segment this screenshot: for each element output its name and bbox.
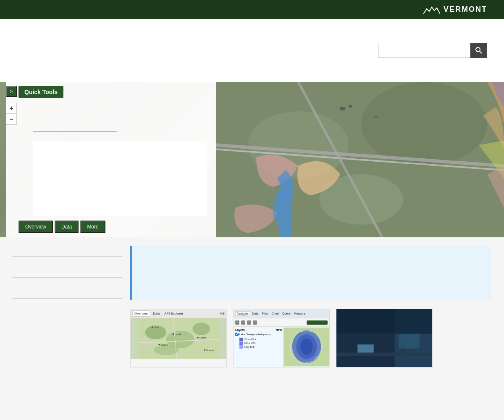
- quick-tools-mini: [307, 320, 328, 325]
- thumb-tab-data: Data: [151, 311, 162, 316]
- sidebar-list: [13, 246, 122, 368]
- legend: 100 to -361 ft -361 to -62 ft -62 to -55…: [239, 338, 282, 349]
- tool-icon-1: [235, 320, 239, 325]
- search-icon: [475, 47, 482, 54]
- thumb-tab-overview: Overview: [132, 310, 150, 317]
- svg-point-16: [154, 345, 178, 355]
- thumb-map2-body: Layers + New Lake Champlain bathymetry: [234, 327, 329, 367]
- tool-icon-2: [241, 320, 245, 325]
- svg-point-25: [197, 337, 198, 338]
- svg-point-4: [361, 82, 487, 166]
- panel-tabs: Overview Data More: [18, 220, 105, 233]
- thumb-tab-data2: Data: [251, 312, 260, 315]
- expand-panel-button[interactable]: >: [6, 86, 17, 97]
- svg-text:Granther: Granther: [206, 349, 215, 352]
- list-item: [13, 298, 122, 309]
- list-item: [13, 267, 122, 277]
- map-left-panel: [6, 82, 216, 237]
- legend-item-1: 100 to -361 ft: [239, 338, 282, 341]
- map-zoom-controls: + −: [6, 103, 17, 125]
- svg-point-27: [204, 349, 205, 350]
- tab-more[interactable]: More: [80, 220, 105, 233]
- quick-tools-label: Quick Tools: [24, 89, 58, 95]
- svg-line-1: [480, 51, 482, 53]
- svg-point-32: [300, 339, 312, 355]
- thumbnail-grid: Overview Data API Explorer NZ: [130, 309, 491, 368]
- thumb-tab-bar-2: Navigate Data Filter Chart Quick Measure: [234, 309, 329, 318]
- thumb-map-svg-1: Hasel Lynville Walden Cantler Granther: [131, 318, 226, 359]
- list-item: [13, 246, 122, 256]
- thumb-tab-nav: Navigate: [235, 311, 250, 316]
- address-search-line: [33, 124, 117, 132]
- layers-panel: Layers + New Lake Champlain bathymetry: [234, 327, 284, 367]
- thumb-tab-api: API Explorer: [163, 311, 185, 316]
- map-section: > Quick Tools + − Overview: [0, 82, 504, 237]
- svg-point-19: [152, 326, 153, 328]
- list-item: [13, 277, 122, 288]
- thumb-tab-measure: Measure: [293, 312, 307, 315]
- mountain-icon: [423, 5, 440, 14]
- search-input[interactable]: [378, 43, 470, 58]
- svg-rect-11: [374, 116, 378, 118]
- header-area: [0, 19, 504, 82]
- map-svg: [214, 82, 504, 237]
- thumb-tab-bar-1: Overview Data API Explorer NZ: [131, 309, 226, 318]
- svg-point-15: [192, 323, 210, 335]
- content-section: Overview Data API Explorer NZ: [0, 237, 504, 376]
- legend-item-2: -361 to -62 ft: [239, 341, 282, 345]
- vermont-logo: VERMONT: [423, 5, 487, 14]
- panel-content: [24, 103, 215, 237]
- legend-item-3: -62 to -55 ft: [239, 345, 282, 349]
- svg-point-23: [158, 344, 160, 345]
- thumb-tab-filter: Filter: [260, 312, 270, 315]
- thumb-tab-quick: Quick: [281, 312, 291, 315]
- thumb-toolbar-2: [234, 318, 329, 327]
- thumb-nz-label: NZ: [220, 312, 225, 315]
- quick-tools-tab[interactable]: Quick Tools: [18, 86, 63, 98]
- tool-icon-3: [247, 320, 251, 325]
- zoom-in-button[interactable]: +: [6, 103, 17, 114]
- top-navigation: VERMONT: [0, 0, 504, 19]
- svg-point-21: [173, 333, 174, 335]
- svg-text:Walden: Walden: [160, 344, 168, 346]
- tab-overview[interactable]: Overview: [18, 220, 53, 233]
- svg-rect-45: [337, 309, 432, 367]
- svg-text:Cantler: Cantler: [199, 336, 206, 339]
- zoom-out-button[interactable]: −: [6, 114, 17, 125]
- office-image: [336, 309, 432, 367]
- map-topo-overlay: [214, 82, 504, 237]
- tool-icon-4: [253, 320, 257, 325]
- layer-item-1: Lake Champlain bathymetry: [235, 333, 282, 336]
- list-item: [13, 256, 122, 267]
- svg-rect-10: [349, 105, 352, 108]
- thumbnail-map1[interactable]: Overview Data API Explorer NZ: [130, 309, 227, 368]
- svg-point-0: [476, 47, 480, 52]
- thumb2-map-svg: [284, 327, 329, 367]
- search-container: [378, 43, 487, 58]
- svg-text:Hasel: Hasel: [154, 326, 159, 328]
- search-button[interactable]: [470, 43, 487, 58]
- tab-data[interactable]: Data: [55, 220, 79, 233]
- thumb-map-body-1: Hasel Lynville Walden Cantler Granther: [131, 318, 226, 359]
- right-content: Overview Data API Explorer NZ: [130, 246, 491, 368]
- thumbnail-office[interactable]: [336, 309, 433, 368]
- office-svg: [336, 309, 432, 367]
- list-item: [13, 288, 122, 298]
- thumb-tab-chart: Chart: [270, 312, 280, 315]
- thumbnail-map2[interactable]: Navigate Data Filter Chart Quick Measure: [233, 309, 330, 368]
- svg-rect-9: [340, 107, 345, 110]
- logo-text: VERMONT: [444, 5, 487, 14]
- map-view-thumb2: [284, 327, 329, 367]
- highlight-box: [130, 246, 491, 300]
- svg-text:Lynville: Lynville: [175, 333, 182, 336]
- layers-title: Layers + New: [235, 328, 282, 331]
- highlight-text: [145, 256, 479, 290]
- search-result-area: [33, 141, 207, 216]
